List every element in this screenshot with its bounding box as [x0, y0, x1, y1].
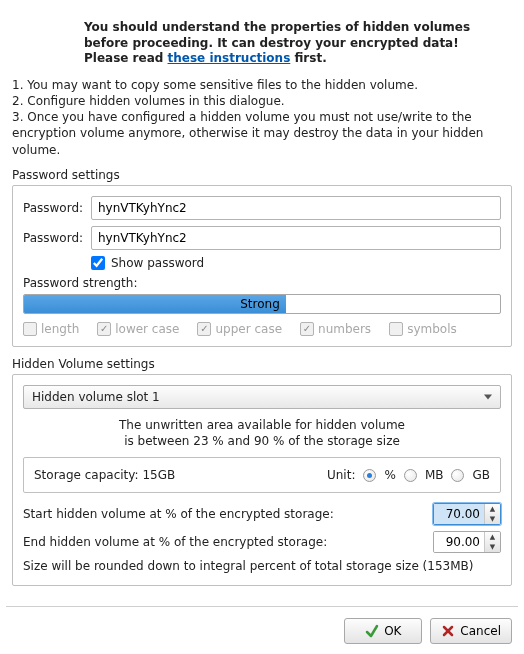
strength-fill: Strong: [24, 295, 286, 313]
ok-button-label: OK: [384, 624, 401, 638]
criteria-row: length lower case upper case numbers sym…: [23, 322, 501, 336]
start-spin-up[interactable]: ▲: [485, 504, 500, 514]
end-spin-up[interactable]: ▲: [485, 532, 500, 542]
unit-label: Unit:: [327, 468, 355, 482]
start-label: Start hidden volume at % of the encrypte…: [23, 507, 423, 521]
unit-row: Unit: % MB GB: [327, 468, 490, 482]
unit-gb-label: GB: [472, 468, 490, 482]
ok-button[interactable]: OK: [344, 618, 422, 644]
password-label-2: Password:: [23, 231, 83, 245]
button-bar: OK Cancel: [0, 614, 524, 654]
unit-gb-radio[interactable]: [451, 469, 464, 482]
info-message: The unwritten area available for hidden …: [23, 417, 501, 449]
end-spinbox[interactable]: ▲ ▼: [433, 531, 501, 553]
slot-select[interactable]: Hidden volume slot 1: [23, 385, 501, 409]
check-icon: [365, 624, 379, 638]
step-2: 2. Configure hidden volumes in this dial…: [12, 93, 512, 109]
start-spin-input[interactable]: [434, 504, 484, 524]
step-3: 3. Once you have configured a hidden vol…: [12, 109, 512, 158]
crit-numbers: numbers: [318, 322, 371, 336]
crit-upper-check: [197, 322, 211, 336]
cancel-button[interactable]: Cancel: [430, 618, 512, 644]
info-line1: The unwritten area available for hidden …: [23, 417, 501, 433]
crit-length-check: [23, 322, 37, 336]
warning-part2: first.: [290, 51, 326, 65]
slot-select-value: Hidden volume slot 1: [32, 390, 160, 404]
password-field-2[interactable]: [91, 226, 501, 250]
info-line2: is between 23 % and 90 % of the storage …: [23, 433, 501, 449]
crit-lower: lower case: [115, 322, 179, 336]
show-password-label: Show password: [111, 256, 204, 270]
separator: [6, 606, 518, 608]
crit-symbols: symbols: [407, 322, 457, 336]
unit-pct-radio[interactable]: [363, 469, 376, 482]
capacity-box: Storage capacity: 15GB Unit: % MB GB: [23, 457, 501, 493]
strength-text: Strong: [240, 297, 280, 311]
unit-pct-label: %: [384, 468, 395, 482]
password-label-1: Password:: [23, 201, 83, 215]
crit-numbers-check: [300, 322, 314, 336]
strength-label: Password strength:: [23, 276, 501, 290]
unit-mb-radio[interactable]: [404, 469, 417, 482]
crit-lower-check: [97, 322, 111, 336]
end-spin-down[interactable]: ▼: [485, 542, 500, 552]
step-1: 1. You may want to copy some sensitive f…: [12, 77, 512, 93]
password-field-1[interactable]: [91, 196, 501, 220]
hidden-volume-section-title: Hidden Volume settings: [12, 357, 512, 371]
password-group: Password: Password: Show password Passwo…: [12, 185, 512, 347]
steps-list: 1. You may want to copy some sensitive f…: [12, 77, 512, 158]
capacity-label: Storage capacity: 15GB: [34, 468, 175, 482]
start-spinbox[interactable]: ▲ ▼: [433, 503, 501, 525]
crit-length: length: [41, 322, 79, 336]
end-label: End hidden volume at % of the encrypted …: [23, 535, 423, 549]
unit-mb-label: MB: [425, 468, 444, 482]
password-section-title: Password settings: [12, 168, 512, 182]
rounding-note: Size will be rounded down to integral pe…: [23, 559, 501, 573]
start-spin-down[interactable]: ▼: [485, 514, 500, 524]
close-icon: [441, 624, 455, 638]
crit-upper: upper case: [215, 322, 282, 336]
show-password-checkbox[interactable]: [91, 256, 105, 270]
hidden-volume-group: Hidden volume slot 1 The unwritten area …: [12, 374, 512, 586]
end-spin-input[interactable]: [434, 532, 484, 552]
warning-text: You should understand the properties of …: [84, 20, 512, 67]
crit-symbols-check: [389, 322, 403, 336]
cancel-button-label: Cancel: [460, 624, 501, 638]
instructions-link[interactable]: these instructions: [168, 51, 291, 65]
strength-bar: Strong: [23, 294, 501, 314]
